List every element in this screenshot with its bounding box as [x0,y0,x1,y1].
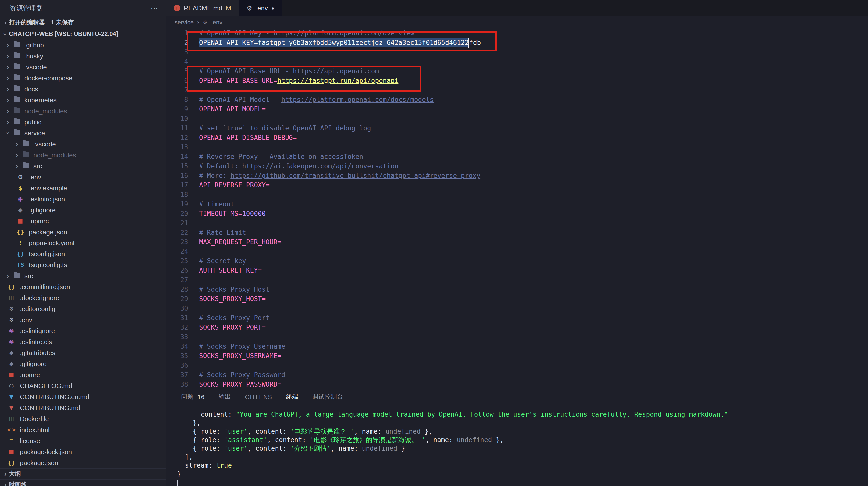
tree-item-.npmrc[interactable]: ■.npmrc [0,369,166,380]
code-line-5[interactable]: 5# OpenAI API Base URL - https://api.ope… [166,66,868,76]
terminal-output[interactable]: content: "You are ChatGPT, a large langu… [166,406,868,486]
code-line-17[interactable]: 17API_REVERSE_PROXY= [166,180,868,190]
tree-item-.husky[interactable]: ›.husky [0,51,166,61]
tree-item-license[interactable]: ≡license [0,435,166,446]
tree-item-src[interactable]: ›src [0,270,166,281]
tree-item-.eslintignore[interactable]: ◉.eslintignore [0,325,166,336]
tree-item-src[interactable]: ›src [0,160,166,171]
code-line-18[interactable]: 18 [166,190,868,199]
breadcrumb-item-env[interactable]: .env [211,19,222,26]
code-line-2[interactable]: 2OPENAI_API_KEY=fastgpt-y6b3axfbdd5wyp01… [166,38,868,48]
tree-item-.vscode[interactable]: ›.vscode [0,61,166,73]
tree-item-.gitignore[interactable]: ◆.gitignore [0,358,166,369]
code-line-25[interactable]: 25# Secret key [166,256,868,266]
unsaved-dot-icon[interactable]: ● [271,5,274,11]
tree-item-pnpm-lock.yaml[interactable]: !pnpm-lock.yaml [0,237,166,248]
code-line-13[interactable]: 13 [166,142,868,152]
code-line-4[interactable]: 4 [166,57,868,66]
tree-item-.eslintrc.cjs[interactable]: ◉.eslintrc.cjs [0,336,166,347]
panel-tab-debug-console[interactable]: 调试控制台 [312,388,343,406]
tree-item-.env.example[interactable]: $.env.example [0,182,166,193]
line-number: 6 [166,76,188,85]
code-line-22[interactable]: 22# Rate Limit [166,228,868,237]
tree-item-.gitattributes[interactable]: ◆.gitattributes [0,347,166,358]
line-number: 25 [166,256,188,266]
code-line-29[interactable]: 29SOCKS_PROXY_HOST= [166,294,868,304]
tree-item-package.json[interactable]: {}package.json [0,457,166,468]
timeline-section[interactable]: › 时间线 [0,479,166,486]
code-line-15[interactable]: 15# Default: https://ai.fakeopen.com/api… [166,161,868,171]
code-line-3[interactable]: 3 [166,48,868,57]
tree-item-.gitignore[interactable]: ◆.gitignore [0,204,166,215]
code-line-32[interactable]: 32SOCKS_PROXY_PORT= [166,323,868,332]
breadcrumb-separator: › [197,19,199,26]
tree-item-docker-compose[interactable]: ›docker-compose [0,73,166,83]
code-line-31[interactable]: 31# Socks Proxy Port [166,313,868,323]
tree-item-.npmrc[interactable]: ■.npmrc [0,215,166,226]
tree-item-.env[interactable]: ⚙.env [0,171,166,182]
code-line-35[interactable]: 35SOCKS_PROXY_USERNAME= [166,351,868,361]
tab-README.md[interactable]: iREADME.mdM [166,0,239,17]
code-line-16[interactable]: 16# More: https://github.com/transitive-… [166,171,868,180]
tree-item-label: .vscode [25,63,47,71]
tree-item-.editorconfig[interactable]: ⚙.editorconfig [0,303,166,314]
panel-tab-terminal[interactable]: 终端 [286,388,299,406]
code-line-8[interactable]: 8# OpenAI API Model - https://platform.o… [166,95,868,105]
tree-item-package.json[interactable]: {}package.json [0,226,166,237]
code-line-12[interactable]: 12OPENAI_API_DISABLE_DEBUG= [166,133,868,142]
open-editors-section[interactable]: › 打开的编辑器 1 未保存 [0,17,166,28]
tree-item-kubernetes[interactable]: ›kubernetes [0,94,166,105]
workspace-section[interactable]: › CHATGPT-WEB [WSL: UBUNTU-22.04] [0,28,166,39]
code-line-23[interactable]: 23MAX_REQUEST_PER_HOUR= [166,237,868,247]
code-line-38[interactable]: 38SOCKS_PROXY_PASSWORD= [166,380,868,388]
tree-item-tsconfig.json[interactable]: {}tsconfig.json [0,248,166,259]
code-line-21[interactable]: 21 [166,218,868,228]
code-line-9[interactable]: 9OPENAI_API_MODEL= [166,105,868,114]
panel-tab-output[interactable]: 输出 [219,388,231,406]
breadcrumb-item-service[interactable]: service [175,19,194,26]
tree-item-.eslintrc.json[interactable]: ◉.eslintrc.json [0,193,166,204]
code-line-30[interactable]: 30 [166,304,868,313]
code-area[interactable]: 1# OpenAI API Key - https://platform.ope… [166,28,868,388]
tree-item-.env[interactable]: ⚙.env [0,314,166,325]
tree-item-.dockerignore[interactable]: ◫.dockerignore [0,292,166,303]
tree-item-service[interactable]: ›service [0,127,166,138]
tree-item-.vscode[interactable]: ›.vscode [0,138,166,149]
tree-item-docs[interactable]: ›docs [0,83,166,94]
tree-item-CONTRIBUTING.md[interactable]: ▼CONTRIBUTING.md [0,402,166,413]
tree-item-public[interactable]: ›public [0,116,166,127]
code-line-1[interactable]: 1# OpenAI API Key - https://platform.ope… [166,28,868,38]
tab-.env[interactable]: ⚙.env● [239,0,282,17]
outline-section[interactable]: › 大纲 [0,468,166,479]
tree-item-package-lock.json[interactable]: ■package-lock.json [0,446,166,457]
code-line-7[interactable]: 7 [166,85,868,95]
tree-item-tsup.config.ts[interactable]: TStsup.config.ts [0,259,166,270]
code-line-37[interactable]: 37# Socks Proxy Password [166,370,868,380]
code-line-20[interactable]: 20TIMEOUT_MS=100000 [166,209,868,218]
code-line-11[interactable]: 11# set `true` to disable OpenAI API deb… [166,123,868,133]
code-line-33[interactable]: 33 [166,332,868,342]
code-line-19[interactable]: 19# timeout [166,199,868,209]
line-number: 13 [166,142,188,152]
tree-item-.github[interactable]: ›.github [0,39,166,51]
tree-item-label: .gitattributes [20,349,55,356]
tree-item-CONTRIBUTING.en.md[interactable]: ▼CONTRIBUTING.en.md [0,391,166,402]
tree-item-.commitlintrc.json[interactable]: {}.commitlintrc.json [0,281,166,292]
code-line-28[interactable]: 28# Socks Proxy Host [166,285,868,294]
panel-tab-problems[interactable]: 问题16 [181,388,205,406]
panel-tab-gitlens[interactable]: GITLENS [245,388,272,406]
tree-item-Dockerfile[interactable]: ◫Dockerfile [0,413,166,424]
more-actions-icon[interactable]: ⋯ [151,4,159,13]
code-line-10[interactable]: 10 [166,114,868,123]
code-line-26[interactable]: 26AUTH_SECRET_KEY= [166,266,868,275]
code-line-6[interactable]: 6OPENAI_API_BASE_URL=https://fastgpt.run… [166,76,868,85]
code-line-34[interactable]: 34# Socks Proxy Username [166,342,868,351]
code-line-14[interactable]: 14# Reverse Proxy - Available on accessT… [166,152,868,161]
tree-item-index.html[interactable]: <>index.html [0,424,166,435]
code-line-36[interactable]: 36 [166,361,868,370]
tree-item-CHANGELOG.md[interactable]: ○CHANGELOG.md [0,380,166,391]
code-line-27[interactable]: 27 [166,275,868,285]
code-line-24[interactable]: 24 [166,247,868,256]
tree-item-node_modules[interactable]: ›node_modules [0,105,166,116]
tree-item-node_modules[interactable]: ›node_modules [0,149,166,160]
